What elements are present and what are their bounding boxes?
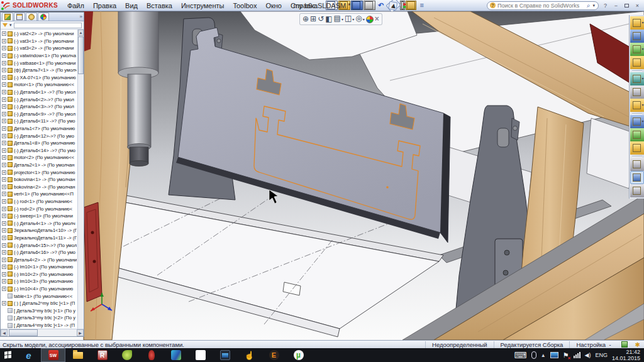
expand-toggle-icon[interactable] — [2, 323, 6, 327]
mate-icon[interactable] — [630, 30, 644, 43]
tree-item[interactable]: + (ф) Деталь7<1> -> (По умолч — [1, 67, 77, 74]
expand-toggle-icon[interactable]: + — [2, 39, 6, 43]
expand-toggle-icon[interactable]: + — [2, 112, 6, 116]
expand-toggle-icon[interactable]: + — [2, 97, 6, 102]
expand-toggle-icon[interactable]: + — [2, 185, 6, 189]
tree-item[interactable]: + ( ) [ Деталь2^my b9c ]<1> (П — [1, 300, 77, 307]
tree-item[interactable]: + ЗеркальноДеталь1<10> -> (П — [1, 227, 77, 234]
mouse-icon[interactable] — [531, 351, 536, 359]
scroll-up-icon[interactable]: ▲ — [78, 30, 84, 36]
expand-toggle-icon[interactable]: + — [2, 199, 6, 204]
save-icon[interactable] — [351, 1, 363, 10]
menu-item[interactable]: Инструменты — [177, 1, 229, 10]
tree-item[interactable]: + (-) ХА-07<1> (По умолчанию — [1, 74, 77, 82]
expand-toggle-icon[interactable]: + — [2, 134, 6, 138]
linear-pattern-icon[interactable] — [630, 43, 644, 56]
section-view-icon[interactable]: ◧ — [325, 14, 332, 25]
edit-appearance-icon[interactable] — [366, 16, 374, 23]
tree-horizontal-scrollbar[interactable]: ◀ ▶ — [1, 329, 84, 336]
tree-item[interactable]: [ Деталь3^my b9c ]<2> (По у — [1, 314, 77, 322]
expand-toggle-icon[interactable] — [2, 309, 6, 313]
taskbar-green-leaf-app-icon[interactable] — [114, 348, 139, 362]
expand-toggle-icon[interactable]: + — [2, 75, 6, 80]
tree-item[interactable]: + (-) rod<2> (По умолчанию< — [1, 205, 77, 212]
expand-toggle-icon[interactable]: + — [2, 243, 6, 248]
tab-feature-manager[interactable] — [2, 13, 13, 21]
expand-toggle-icon[interactable]: + — [2, 53, 6, 58]
taskbar-internet-explorer-icon[interactable]: e — [16, 348, 41, 362]
exploded-view-icon[interactable] — [630, 158, 644, 171]
smart-fasteners-icon[interactable] — [630, 56, 644, 69]
menu-item[interactable]: Вставка — [142, 1, 177, 10]
expand-toggle-icon[interactable]: + — [2, 272, 6, 277]
expand-toggle-icon[interactable]: + — [2, 301, 6, 305]
expand-toggle-icon[interactable]: + — [2, 90, 6, 94]
expand-toggle-icon[interactable]: + — [2, 31, 6, 36]
tree-item[interactable]: + motor<1> (По умолчанию<< — [1, 81, 77, 89]
expand-toggle-icon[interactable]: + — [2, 61, 6, 65]
expand-toggle-icon[interactable]: + — [2, 141, 6, 145]
tree-item[interactable]: + (-) vatwindow<1> (По умолча — [1, 52, 77, 60]
expand-toggle-icon[interactable]: + — [2, 250, 6, 255]
tab-configuration-manager[interactable] — [26, 13, 37, 21]
keyboard-icon[interactable]: ⌨ — [514, 350, 527, 360]
close-button[interactable]: × — [633, 2, 641, 9]
undo-icon[interactable]: ↶ — [376, 1, 387, 9]
sensor-status-icon[interactable] — [621, 341, 628, 348]
tree-item[interactable]: + (-) Деталь6<12>->? (По умо — [1, 132, 77, 140]
expand-toggle-icon[interactable]: + — [2, 287, 6, 291]
tree-item[interactable]: + (-) Деталь6<1> ->? (По умол — [1, 89, 77, 96]
clock[interactable]: 21:42 14.01.2015 — [612, 349, 640, 361]
previous-view-icon[interactable]: ↺ — [318, 14, 324, 25]
expand-toggle-icon[interactable]: + — [2, 214, 6, 218]
viewport-3d-scene[interactable] — [0, 11, 644, 340]
tree-item[interactable]: + Деталь1<8> (По умолчанию — [1, 140, 77, 147]
move-component-icon[interactable] — [630, 72, 644, 85]
start-button[interactable] — [0, 348, 16, 362]
scroll-left-icon[interactable]: ◀ — [1, 329, 8, 336]
menu-item[interactable]: Toolbox — [229, 1, 262, 10]
taskbar-office-grid-icon[interactable] — [188, 348, 213, 362]
open-icon[interactable] — [338, 1, 350, 10]
menu-item[interactable]: Правка — [89, 1, 121, 10]
expand-toggle-icon[interactable]: + — [2, 104, 6, 109]
print-icon[interactable] — [364, 1, 375, 10]
expand-toggle-icon[interactable]: + — [2, 207, 6, 211]
expand-toggle-icon[interactable]: + — [2, 46, 6, 50]
search-icon[interactable]: ⌕ — [587, 2, 591, 9]
expand-toggle-icon[interactable]: + — [2, 192, 6, 196]
tree-item[interactable]: + ЗеркальноДеталь1<11> -> (П — [1, 234, 77, 242]
show-hidden-components-icon[interactable] — [630, 85, 644, 99]
tree-item[interactable]: + vert<1> (По умолчанию<<П — [1, 190, 77, 198]
tree-item[interactable]: table<1> (По умолчанию<< — [1, 292, 77, 300]
insert-component-icon[interactable] — [630, 16, 644, 30]
tree-item[interactable]: + (-) lm10<3> (По умолчанию — [1, 278, 77, 285]
new-document-icon[interactable] — [326, 1, 338, 10]
tree-item[interactable]: + projector<1> (По умолчанию — [1, 168, 77, 176]
volume-icon[interactable]: ◀) — [585, 352, 591, 358]
tree-item[interactable]: + (-) lm10<4> (По умолчанию — [1, 285, 77, 293]
configuration-label[interactable]: Настройка - — [569, 341, 617, 348]
tree-item[interactable]: [ Деталь3^my b9c ]<1> (По у — [1, 307, 77, 315]
quick-tips-icon[interactable]: ✱ — [631, 341, 644, 348]
close-icon[interactable]: × — [375, 14, 379, 25]
hidden-icons-chevron-icon[interactable]: ▲ — [541, 353, 546, 358]
help-button[interactable]: ? — [601, 2, 609, 9]
tree-item[interactable]: + (-) sweep<1> (По умолчани — [1, 212, 77, 220]
filter-dropdown-icon[interactable]: ▾ — [9, 23, 12, 28]
menu-item[interactable]: Справка — [286, 1, 322, 10]
hide-show-items-icon[interactable]: ◎ — [355, 13, 365, 25]
tree-item[interactable]: + (-) vat3<2> -> (По умолчани — [1, 45, 77, 52]
expand-toggle-icon[interactable]: + — [2, 279, 6, 283]
origin-point[interactable] — [386, 186, 389, 189]
expand-toggle-icon[interactable] — [2, 294, 6, 299]
zoom-to-fit-icon[interactable]: ⊕ — [303, 14, 309, 25]
instant3d-icon[interactable] — [630, 171, 644, 184]
tree-item[interactable]: + (-) Деталь4<1> -> (По умолч — [1, 219, 77, 227]
action-center-flag-icon[interactable]: ⚑ — [563, 351, 569, 359]
taskbar-file-explorer-icon[interactable] — [65, 348, 90, 362]
taskbar-solidworks-icon[interactable]: SW — [41, 348, 65, 362]
search-input[interactable] — [497, 3, 585, 9]
tree-item[interactable]: + motor<2> (По умолчанию<< — [1, 154, 77, 162]
reference-geometry-icon[interactable] — [630, 115, 644, 128]
